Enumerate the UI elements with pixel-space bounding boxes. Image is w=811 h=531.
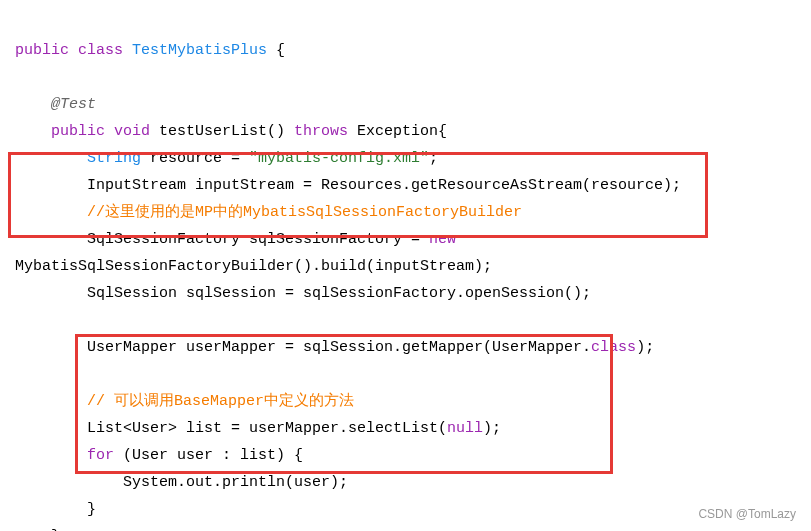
watermark: CSDN @TomLazy bbox=[698, 504, 796, 526]
keyword-null: null bbox=[447, 420, 483, 437]
code-block: public class TestMybatisPlus { @Test pub… bbox=[15, 10, 796, 531]
code-line: InputStream inputStream = Resources.getR… bbox=[87, 177, 681, 194]
annotation-test: @Test bbox=[51, 96, 96, 113]
exception: Exception{ bbox=[348, 123, 447, 140]
code-line: MybatisSqlSessionFactoryBuilder().build(… bbox=[15, 258, 492, 275]
brace: } bbox=[87, 501, 96, 518]
keyword-new: new bbox=[429, 231, 456, 248]
keyword-throws: throws bbox=[294, 123, 348, 140]
code-line: System.out.println(user); bbox=[123, 474, 348, 491]
comment: // 可以调用BaseMapper中定义的方法 bbox=[87, 393, 354, 410]
keyword-for: for bbox=[87, 447, 114, 464]
code-line: ); bbox=[636, 339, 654, 356]
string-literal: "mybatis-config.xml" bbox=[249, 150, 429, 167]
semicolon: ; bbox=[429, 150, 438, 167]
keyword-void: void bbox=[114, 123, 150, 140]
code-line: List<User> list = userMapper.selectList( bbox=[87, 420, 447, 437]
brace: { bbox=[267, 42, 285, 59]
var-decl: resource = bbox=[141, 150, 249, 167]
method-name: testUserList() bbox=[150, 123, 294, 140]
code-line: UserMapper userMapper = sqlSession.getMa… bbox=[87, 339, 591, 356]
code-line: (User user : list) { bbox=[114, 447, 303, 464]
code-line: SqlSessionFactory sqlSessionFactory = bbox=[87, 231, 429, 248]
comment: //这里使用的是MP中的MybatisSqlSessionFactoryBuil… bbox=[87, 204, 522, 221]
code-line: ); bbox=[483, 420, 501, 437]
type-string: String bbox=[87, 150, 141, 167]
keyword-class: class bbox=[78, 42, 123, 59]
keyword-class: class bbox=[591, 339, 636, 356]
code-line: SqlSession sqlSession = sqlSessionFactor… bbox=[87, 285, 591, 302]
keyword-public: public bbox=[15, 42, 69, 59]
keyword-public: public bbox=[51, 123, 105, 140]
class-name: TestMybatisPlus bbox=[132, 42, 267, 59]
